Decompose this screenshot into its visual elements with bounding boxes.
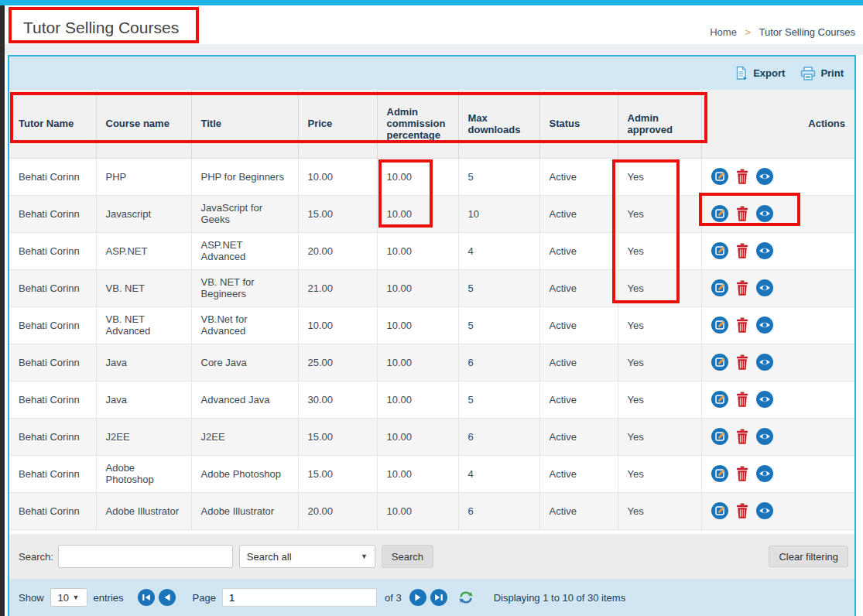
delete-course-button[interactable] xyxy=(735,206,749,222)
edit-course-button[interactable] xyxy=(711,428,728,445)
cell-course: ASP.NET xyxy=(96,232,191,269)
edit-course-button[interactable] xyxy=(711,502,728,519)
table-toolbar: Export Print xyxy=(9,56,854,90)
cell-price: 20.00 xyxy=(298,232,377,269)
table-row[interactable]: Behati CorinnASP.NETASP.NET Advanced20.0… xyxy=(9,232,854,269)
refresh-button[interactable] xyxy=(458,590,474,605)
view-course-button[interactable] xyxy=(756,428,773,445)
cell-status: Active xyxy=(539,195,618,232)
edit-icon xyxy=(711,279,728,296)
column-header-actions[interactable]: Actions xyxy=(701,90,854,158)
column-header-status[interactable]: Status xyxy=(539,90,618,158)
page-number-input[interactable] xyxy=(222,588,377,607)
table-row[interactable]: Behati CorinnVB. NETVB. NET for Begineer… xyxy=(9,269,854,306)
delete-course-button[interactable] xyxy=(735,466,749,482)
print-button[interactable]: Print xyxy=(800,67,844,80)
edit-icon xyxy=(711,205,728,222)
view-course-button[interactable] xyxy=(756,205,773,222)
delete-course-button[interactable] xyxy=(735,429,749,445)
cell-status: Active xyxy=(539,344,618,381)
edit-course-button[interactable] xyxy=(711,317,728,334)
view-course-button[interactable] xyxy=(756,354,773,371)
view-course-button[interactable] xyxy=(756,502,773,519)
view-course-button[interactable] xyxy=(756,242,773,259)
edit-course-button[interactable] xyxy=(711,168,728,185)
breadcrumb-separator: > xyxy=(745,26,752,38)
first-page-icon xyxy=(138,589,155,606)
view-icon xyxy=(756,465,773,482)
column-header-max-downloads[interactable]: Max downloads xyxy=(458,90,539,158)
delete-course-button[interactable] xyxy=(735,317,749,334)
cell-actions xyxy=(701,158,854,195)
delete-course-button[interactable] xyxy=(735,280,749,296)
view-course-button[interactable] xyxy=(756,317,773,334)
delete-icon xyxy=(735,169,749,185)
refresh-icon xyxy=(458,590,474,605)
next-page-button[interactable] xyxy=(409,589,426,606)
table-row[interactable]: Behati CorinnJavaCore Java25.0010.006Act… xyxy=(9,344,854,381)
search-button[interactable]: Search xyxy=(382,545,433,568)
table-row[interactable]: Behati CorinnAdobe PhotoshopAdobe Photos… xyxy=(9,455,854,492)
view-course-button[interactable] xyxy=(756,279,773,296)
edit-course-button[interactable] xyxy=(711,354,728,371)
cell-max-downloads: 5 xyxy=(458,158,539,195)
view-icon xyxy=(756,502,773,519)
cell-price: 21.00 xyxy=(298,269,377,306)
search-filter-select[interactable]: Search all ▼ xyxy=(239,545,375,568)
column-header-tutor-name[interactable]: Tutor Name xyxy=(9,90,96,158)
delete-course-button[interactable] xyxy=(735,169,749,185)
cell-course: Adobe Photoshop xyxy=(96,455,191,492)
delete-course-button[interactable] xyxy=(735,354,749,371)
column-header-admin-approved[interactable]: Admin approved xyxy=(618,90,701,158)
view-course-button[interactable] xyxy=(756,465,773,482)
table-row[interactable]: Behati CorinnJavaAdvanced Java30.0010.00… xyxy=(9,381,854,418)
view-course-button[interactable] xyxy=(756,168,773,185)
chevron-down-icon: ▼ xyxy=(361,553,368,560)
table-row[interactable]: Behati CorinnJ2EEJ2EE15.0010.006ActiveYe… xyxy=(9,418,854,455)
delete-course-button[interactable] xyxy=(735,503,749,519)
cell-max-downloads: 6 xyxy=(458,418,539,455)
column-header-course-name[interactable]: Course name xyxy=(96,90,191,158)
delete-course-button[interactable] xyxy=(735,243,749,259)
table-row[interactable]: Behati CorinnJavascriptJavaScript for Ge… xyxy=(9,195,854,232)
column-header-admin-commission-percentage[interactable]: Admin commission percentage xyxy=(377,90,458,158)
clear-filtering-button[interactable]: Clear filtering xyxy=(769,546,848,567)
search-input[interactable] xyxy=(58,545,233,568)
table-row[interactable]: Behati CorinnVB. NET AdvancedVB.Net for … xyxy=(9,306,854,344)
first-page-button[interactable] xyxy=(138,589,155,606)
previous-page-button[interactable] xyxy=(159,589,176,606)
view-course-button[interactable] xyxy=(756,391,773,408)
column-header-price[interactable]: Price xyxy=(298,90,377,158)
cell-approved: Yes xyxy=(618,306,701,344)
entries-select[interactable]: 10 ▼ xyxy=(50,588,87,607)
pagination-bar: Show 10 ▼ entries Page of 3 xyxy=(9,579,854,616)
cell-tutor: Behati Corinn xyxy=(9,232,96,269)
table-row[interactable]: Behati CorinnPHPPHP for Beginners10.0010… xyxy=(9,158,854,195)
row-actions xyxy=(711,502,846,519)
export-label: Export xyxy=(753,67,785,79)
cell-course: Javascript xyxy=(96,195,191,232)
top-accent-bar xyxy=(0,0,863,5)
cell-tutor: Behati Corinn xyxy=(9,344,96,381)
edit-course-button[interactable] xyxy=(711,205,728,222)
cell-price: 25.00 xyxy=(298,344,377,381)
edit-course-button[interactable] xyxy=(711,279,728,296)
edit-course-button[interactable] xyxy=(711,391,728,408)
edit-course-button[interactable] xyxy=(711,242,728,259)
print-label: Print xyxy=(820,67,844,79)
breadcrumb-home-link[interactable]: Home xyxy=(710,26,737,38)
column-header-title[interactable]: Title xyxy=(191,90,298,158)
edit-icon xyxy=(711,391,728,408)
edit-course-button[interactable] xyxy=(711,465,728,482)
edit-icon xyxy=(711,354,728,371)
cell-status: Active xyxy=(539,492,618,529)
delete-course-button[interactable] xyxy=(735,392,749,408)
cell-course: Adobe Illustrator xyxy=(96,492,191,529)
delete-icon xyxy=(735,503,749,519)
export-button[interactable]: Export xyxy=(735,66,785,80)
table-row[interactable]: Behati CorinnAdobe IllustratorAdobe Illu… xyxy=(9,492,854,529)
cell-approved: Yes xyxy=(618,455,701,492)
last-page-button[interactable] xyxy=(430,589,447,606)
cell-status: Active xyxy=(539,418,618,455)
search-bar: Search: Search all ▼ Search Clear filter… xyxy=(9,534,854,579)
